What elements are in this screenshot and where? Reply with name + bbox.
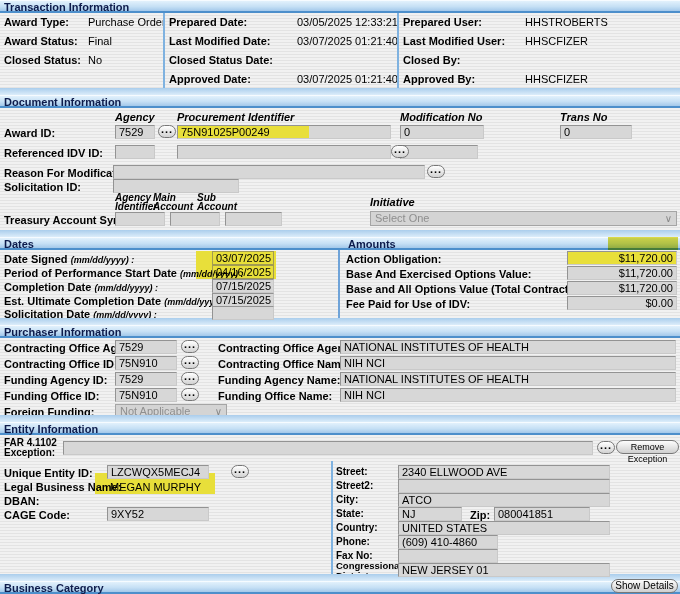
funding-agency-id-label: Funding Agency ID:	[4, 374, 107, 386]
country-field[interactable]: UNITED STATES	[398, 521, 610, 535]
fee-paid-idv-field[interactable]: $0.00	[567, 296, 677, 310]
prepared-user-value: HHSTROBERTS	[525, 16, 608, 28]
far-exception-label: FAR 4.1102Exception:	[4, 438, 57, 458]
city-field[interactable]: ATCO	[398, 493, 610, 507]
funding-office-lookup-button[interactable]: ...	[181, 388, 199, 401]
award-piid-field[interactable]: 75N91025P00249	[177, 125, 391, 139]
phone-field[interactable]: (609) 410-4860	[398, 535, 498, 549]
trans-no-field[interactable]: 0	[560, 125, 632, 139]
contracting-office-id-field[interactable]: 75N910	[115, 356, 177, 370]
country-label: Country:	[336, 523, 378, 533]
contracting-office-name-field[interactable]: NIH NCI	[340, 356, 676, 370]
cage-code-field[interactable]: 9XY52	[107, 507, 209, 521]
last-modified-user-value: HHSCFIZER	[525, 35, 588, 47]
est-ultimate-completion-date-label: Est. Ultimate Completion Date (mm/dd/yyy…	[4, 295, 228, 307]
award-status-label: Award Status:	[4, 35, 88, 47]
referenced-idv-id-label: Referenced IDV ID:	[4, 147, 103, 159]
cage-code-label: CAGE Code:	[4, 509, 70, 521]
section-header-transaction: Transaction Information	[0, 0, 680, 13]
award-agency-field[interactable]: 7529	[115, 125, 155, 139]
funding-office-name-field[interactable]: NIH NCI	[340, 388, 676, 402]
congressional-district-field[interactable]: NEW JERSEY 01	[398, 563, 610, 577]
state-label: State:	[336, 509, 364, 519]
legal-business-name-value: MEGAN MURPHY	[110, 481, 201, 493]
dates-section: Date Signed (mm/dd/yyyy) : 03/07/2025 Pe…	[0, 250, 338, 318]
section-header-purchaser: Purchaser Information	[0, 325, 680, 338]
referenced-idv-piid-field[interactable]	[177, 145, 391, 159]
est-ultimate-completion-date-field[interactable]: 07/15/2025	[212, 293, 274, 307]
reason-for-modification-field[interactable]	[113, 165, 425, 179]
initiative-select[interactable]: Select One∨	[370, 211, 677, 226]
section-divider	[0, 415, 680, 422]
street-field[interactable]: 2340 ELLWOOD AVE	[398, 465, 610, 479]
award-status-value: Final	[88, 35, 112, 47]
phone-label: Phone:	[336, 537, 370, 547]
unique-entity-id-lookup-button[interactable]: ...	[231, 465, 249, 478]
legal-business-name-label: Legal Business Name:	[4, 481, 121, 493]
base-all-options-field[interactable]: $11,720.00	[567, 281, 677, 295]
dban-label: DBAN:	[4, 495, 39, 507]
street2-field[interactable]	[398, 479, 610, 493]
referenced-idv-agency-field[interactable]	[115, 145, 155, 159]
tas-main-account-field[interactable]	[170, 212, 220, 226]
field-row: Prepared Date:03/05/2025 12:33:21	[165, 16, 397, 35]
far-exception-field[interactable]	[63, 441, 593, 455]
tas-sub-account-field[interactable]	[225, 212, 282, 226]
closed-status-date-label: Closed Status Date:	[169, 54, 297, 66]
pop-start-date-label: Period of Performance Start Date (mm/dd/…	[4, 267, 244, 279]
contracting-office-lookup-button[interactable]: ...	[181, 356, 199, 369]
base-exercised-options-field[interactable]: $11,720.00	[567, 266, 677, 280]
pop-start-date-field[interactable]: 04/16/2025	[212, 265, 274, 279]
solicitation-date-field[interactable]	[212, 306, 274, 320]
action-obligation-label: Action Obligation:	[346, 253, 441, 265]
last-modified-date-label: Last Modified Date:	[169, 35, 297, 47]
section-divider	[0, 88, 680, 95]
field-row: Last Modified Date:03/07/2025 01:21:40	[165, 35, 397, 54]
completion-date-label: Completion Date (mm/dd/yyyy) :	[4, 281, 158, 293]
contracting-office-name-label: Contracting Office Name:	[218, 358, 351, 370]
solicitation-id-label: Solicitation ID:	[4, 181, 81, 193]
far-exception-lookup-button[interactable]: ...	[597, 441, 615, 454]
referenced-idv-lookup-button[interactable]: ...	[391, 145, 409, 158]
date-signed-field[interactable]: 03/07/2025	[212, 251, 274, 265]
solicitation-id-field[interactable]	[113, 179, 239, 193]
award-type-label: Award Type:	[4, 16, 88, 28]
funding-office-id-field[interactable]: 75N910	[115, 388, 177, 402]
action-obligation-field[interactable]: $11,720.00	[567, 251, 677, 265]
fax-no-field[interactable]	[398, 549, 498, 563]
contracting-office-agency-id-field[interactable]: 7529	[115, 340, 177, 354]
transaction-col1: Award Type:Purchase Order Award Status:F…	[0, 13, 163, 88]
zip-field[interactable]: 080041851	[494, 507, 590, 521]
state-field[interactable]: NJ	[398, 507, 462, 521]
ellipsis-icon: ...	[394, 143, 406, 155]
funding-office-id-label: Funding Office ID:	[4, 390, 99, 402]
show-details-button[interactable]: Show Details	[611, 579, 678, 593]
ellipsis-icon: ...	[184, 354, 196, 366]
section-title: Purchaser Information	[4, 326, 121, 338]
funding-agency-id-field[interactable]: 7529	[115, 372, 177, 386]
city-label: City:	[336, 495, 358, 505]
field-row: Closed Status:No	[0, 54, 163, 73]
award-id-lookup-button[interactable]: ...	[158, 125, 176, 138]
award-form-page: Transaction Information Award Type:Purch…	[0, 0, 680, 594]
section-title: Amounts	[348, 238, 396, 250]
field-row: Prepared User:HHSTROBERTS	[399, 16, 680, 35]
remove-exception-button[interactable]: Remove Exception	[616, 440, 679, 454]
funding-agency-name-field[interactable]: NATIONAL INSTITUTES OF HEALTH	[340, 372, 676, 386]
ellipsis-icon: ...	[234, 463, 246, 475]
funding-agency-lookup-button[interactable]: ...	[181, 372, 199, 385]
agency-column-header: Agency	[115, 111, 155, 123]
reason-for-modification-lookup-button[interactable]: ...	[427, 165, 445, 178]
section-divider	[0, 318, 680, 325]
unique-entity-id-field[interactable]: LZCWQX5MECJ4	[107, 465, 209, 479]
tas-agency-identifier-field[interactable]	[115, 212, 165, 226]
completion-date-field[interactable]: 07/15/2025	[212, 279, 274, 293]
contracting-office-agency-name-field[interactable]: NATIONAL INSTITUTES OF HEALTH	[340, 340, 676, 354]
fee-paid-idv-label: Fee Paid for Use of IDV:	[346, 298, 470, 310]
date-signed-label: Date Signed (mm/dd/yyyy) :	[4, 253, 134, 265]
last-modified-user-label: Last Modified User:	[403, 35, 525, 47]
contracting-office-agency-lookup-button[interactable]: ...	[181, 340, 199, 353]
modification-no-field[interactable]: 0	[400, 125, 484, 139]
approved-by-value: HHSCFIZER	[525, 73, 588, 85]
referenced-idv-mod-field[interactable]	[400, 145, 478, 159]
